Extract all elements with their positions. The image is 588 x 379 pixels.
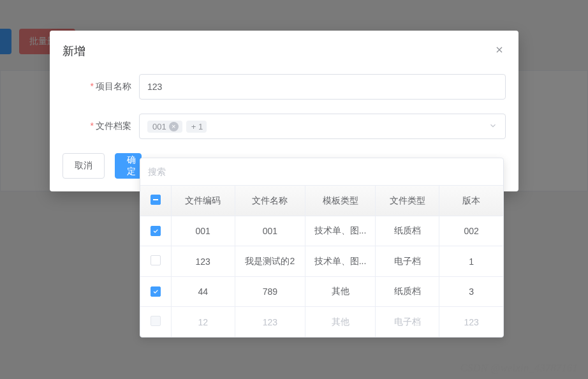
required-asterisk: * — [91, 81, 94, 91]
th-ftype: 文件类型 — [376, 186, 439, 216]
table-header-row: 文件编码 文件名称 模板类型 文件类型 版本 — [140, 186, 503, 216]
cell-code: 44 — [171, 277, 235, 307]
row-checkbox[interactable] — [151, 255, 161, 265]
cell-template: 技术单、图... — [305, 216, 375, 246]
cell-checkbox — [140, 246, 171, 277]
cell-template: 其他 — [305, 277, 375, 307]
cell-checkbox — [140, 277, 171, 307]
table-row[interactable]: 44789其他纸质档3 — [140, 277, 503, 307]
dialog-title: 新增 — [62, 43, 506, 59]
tag-001-label: 001 — [152, 122, 166, 131]
select-file-archive[interactable]: 001 × + 1 — [139, 114, 506, 139]
cell-code: 12 — [171, 307, 235, 338]
confirm-button[interactable]: 确定 — [115, 153, 142, 179]
required-asterisk: * — [91, 121, 94, 131]
label-file-archive: *文件档案 — [62, 121, 139, 132]
th-name: 文件名称 — [235, 186, 305, 216]
tag-more: + 1 — [186, 121, 207, 133]
th-checkbox — [140, 186, 171, 216]
cell-version: 3 — [439, 277, 503, 307]
table-row[interactable]: 12123其他电子档123 — [140, 307, 503, 338]
cell-ftype: 纸质档 — [376, 277, 439, 307]
dropdown-panel: 文件编码 文件名称 模板类型 文件类型 版本 001001技术单、图...纸质档… — [140, 158, 504, 338]
label-project-name: *项目名称 — [62, 81, 139, 93]
cell-name: 我是测试的2 — [235, 246, 305, 277]
cell-version: 002 — [439, 216, 503, 246]
cell-template: 其他 — [305, 307, 375, 338]
search-input[interactable] — [148, 162, 496, 181]
chevron-down-icon — [489, 121, 497, 132]
th-code: 文件编码 — [171, 186, 235, 216]
row-checkbox[interactable] — [151, 226, 161, 236]
cell-name: 123 — [235, 307, 305, 338]
row-project-name: *项目名称 — [62, 74, 506, 100]
cell-checkbox — [140, 216, 171, 246]
watermark: CSDN @weixin_43787161 — [460, 362, 578, 374]
dropdown-search-row — [140, 158, 503, 186]
input-project-name[interactable] — [147, 82, 497, 92]
cell-version: 1 — [439, 246, 503, 277]
cell-ftype: 纸质档 — [376, 216, 439, 246]
tag-001: 001 × — [147, 121, 182, 133]
table-row[interactable]: 123我是测试的2技术单、图...电子档1 — [140, 246, 503, 277]
cancel-button[interactable]: 取消 — [62, 153, 105, 179]
table-row[interactable]: 001001技术单、图...纸质档002 — [140, 216, 503, 246]
row-checkbox — [151, 316, 161, 326]
cell-version: 123 — [439, 307, 503, 338]
cell-name: 789 — [235, 277, 305, 307]
th-template: 模板类型 — [305, 186, 375, 216]
dropdown-table: 文件编码 文件名称 模板类型 文件类型 版本 001001技术单、图...纸质档… — [140, 186, 503, 337]
th-version: 版本 — [439, 186, 503, 216]
cell-ftype: 电子档 — [376, 307, 439, 338]
input-project-name-wrap[interactable] — [139, 74, 506, 100]
label-file-archive-text: 文件档案 — [96, 121, 131, 131]
cell-name: 001 — [235, 216, 305, 246]
cell-checkbox — [140, 307, 171, 338]
checkbox-select-all[interactable] — [151, 195, 161, 205]
tag-001-close-icon[interactable]: × — [169, 122, 179, 131]
close-icon[interactable] — [492, 42, 507, 57]
cell-code: 123 — [171, 246, 235, 277]
cell-code: 001 — [171, 216, 235, 246]
cell-ftype: 电子档 — [376, 246, 439, 277]
label-project-name-text: 项目名称 — [96, 81, 131, 91]
row-checkbox[interactable] — [151, 286, 161, 297]
row-file-archive: *文件档案 001 × + 1 — [62, 114, 506, 139]
cell-template: 技术单、图... — [305, 246, 375, 277]
